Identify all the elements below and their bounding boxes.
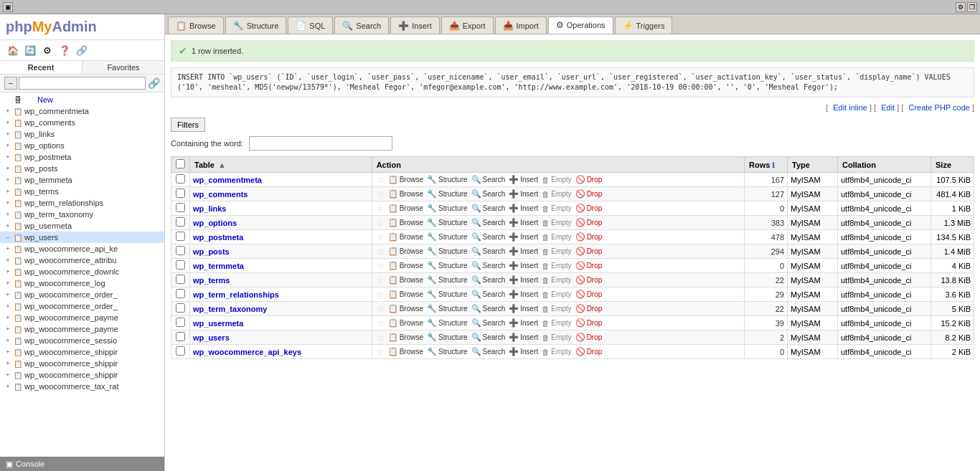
- insert-btn[interactable]: ➕ Insert: [507, 347, 540, 356]
- browse-btn[interactable]: 📋 Browse: [387, 318, 425, 328]
- tab-export[interactable]: 📤 Export: [441, 16, 494, 34]
- search-btn[interactable]: 🔍 Search: [470, 175, 507, 184]
- row-checkbox[interactable]: [176, 318, 185, 327]
- settings-sidebar-icon[interactable]: ⚙: [40, 43, 55, 57]
- structure-btn[interactable]: 🔧 Structure: [425, 247, 469, 256]
- favorite-star-icon[interactable]: ☆: [377, 232, 385, 242]
- browse-btn[interactable]: 📋 Browse: [387, 232, 425, 242]
- structure-btn[interactable]: 🔧 Structure: [425, 175, 469, 184]
- empty-btn[interactable]: 🗑 Empty: [540, 319, 573, 328]
- drop-btn[interactable]: 🚫 Drop: [574, 175, 604, 184]
- empty-btn[interactable]: 🗑 Empty: [540, 333, 573, 342]
- tab-sql[interactable]: 📄 SQL: [288, 16, 333, 34]
- table-name-link[interactable]: wp_posts: [193, 247, 230, 256]
- table-name-link[interactable]: wp_options: [193, 219, 237, 227]
- empty-btn[interactable]: 🗑 Empty: [540, 233, 573, 242]
- search-btn[interactable]: 🔍 Search: [470, 275, 507, 285]
- table-name-link[interactable]: wp_woocommerce_api_keys: [193, 348, 301, 356]
- table-name-link[interactable]: wp_usermeta: [193, 319, 243, 328]
- favorite-star-icon[interactable]: ☆: [377, 275, 385, 285]
- table-name-link[interactable]: wp_term_taxonomy: [193, 305, 267, 313]
- tree-item-wp_woocommerce_attribu[interactable]: + 📋 wp_woocommerce_attribu: [0, 254, 164, 266]
- search-btn[interactable]: 🔍 Search: [470, 218, 507, 227]
- tree-item-wp_woocommerce_log[interactable]: + 📋 wp_woocommerce_log: [0, 277, 164, 289]
- row-checkbox[interactable]: [176, 217, 185, 227]
- tree-item-wp_posts[interactable]: + 📋 wp_posts: [0, 163, 164, 174]
- favorite-star-icon[interactable]: ☆: [377, 261, 385, 271]
- favorite-star-icon[interactable]: ☆: [377, 304, 385, 314]
- tree-item-wp_termmeta[interactable]: + 📋 wp_termmeta: [0, 174, 164, 186]
- browse-btn[interactable]: 📋 Browse: [387, 275, 425, 285]
- tab-browse[interactable]: 📋 Browse: [168, 16, 224, 34]
- rows-info-icon[interactable]: ℹ: [772, 161, 775, 169]
- empty-btn[interactable]: 🗑 Empty: [540, 305, 573, 313]
- tree-item-wp_usermeta[interactable]: + 📋 wp_usermeta: [0, 220, 164, 232]
- structure-btn[interactable]: 🔧 Structure: [425, 318, 469, 328]
- drop-btn[interactable]: 🚫 Drop: [574, 189, 604, 199]
- filter-input[interactable]: [249, 136, 392, 151]
- row-checkbox[interactable]: [176, 189, 185, 198]
- tree-item-new[interactable]: 🗄 New: [0, 94, 164, 105]
- insert-btn[interactable]: ➕ Insert: [507, 290, 540, 299]
- search-btn[interactable]: 🔍 Search: [470, 290, 507, 299]
- search-btn[interactable]: 🔍 Search: [470, 189, 507, 199]
- favorite-star-icon[interactable]: ☆: [377, 290, 385, 300]
- select-all-checkbox[interactable]: [176, 159, 185, 168]
- structure-btn[interactable]: 🔧 Structure: [425, 275, 469, 285]
- tab-import[interactable]: 📥 Import: [495, 16, 547, 34]
- tree-item-wp_terms[interactable]: + 📋 wp_terms: [0, 186, 164, 197]
- structure-btn[interactable]: 🔧 Structure: [425, 232, 469, 242]
- row-checkbox[interactable]: [176, 232, 185, 241]
- insert-btn[interactable]: ➕ Insert: [507, 204, 540, 213]
- favorite-star-icon[interactable]: ☆: [377, 347, 385, 357]
- structure-btn[interactable]: 🔧 Structure: [425, 189, 469, 199]
- drop-btn[interactable]: 🚫 Drop: [574, 275, 604, 285]
- favorite-star-icon[interactable]: ☆: [377, 204, 385, 214]
- tab-recent[interactable]: Recent: [0, 61, 83, 74]
- empty-btn[interactable]: 🗑 Empty: [540, 204, 573, 213]
- drop-btn[interactable]: 🚫 Drop: [574, 290, 604, 299]
- drop-btn[interactable]: 🚫 Drop: [574, 347, 604, 356]
- tree-item-wp_term_relationships[interactable]: + 📋 wp_term_relationships: [0, 197, 164, 209]
- structure-btn[interactable]: 🔧 Structure: [425, 218, 469, 227]
- tab-favorites[interactable]: Favorites: [83, 61, 164, 74]
- tree-item-wp_commentmeta[interactable]: + 📋 wp_commentmeta: [0, 105, 164, 117]
- row-checkbox[interactable]: [176, 246, 185, 255]
- create-php-link[interactable]: Create PHP code: [908, 103, 969, 112]
- browse-btn[interactable]: 📋 Browse: [387, 204, 425, 213]
- structure-btn[interactable]: 🔧 Structure: [425, 261, 469, 270]
- empty-btn[interactable]: 🗑 Empty: [540, 276, 573, 285]
- structure-btn[interactable]: 🔧 Structure: [425, 333, 469, 342]
- search-btn[interactable]: 🔍 Search: [470, 333, 507, 342]
- drop-btn[interactable]: 🚫 Drop: [574, 204, 604, 213]
- tree-item-wp_woocommerce_payme_2[interactable]: + 📋 wp_woocommerce_payme: [0, 323, 164, 335]
- insert-btn[interactable]: ➕ Insert: [507, 261, 540, 270]
- tab-structure[interactable]: 🔧 Structure: [225, 16, 287, 34]
- empty-btn[interactable]: 🗑 Empty: [540, 290, 573, 299]
- restore-icon[interactable]: ❐: [967, 2, 977, 12]
- row-checkbox[interactable]: [176, 174, 185, 184]
- tree-item-wp_users[interactable]: − 📋 wp_users: [0, 232, 164, 243]
- search-btn[interactable]: 🔍 Search: [470, 261, 507, 270]
- empty-btn[interactable]: 🗑 Empty: [540, 262, 573, 270]
- drop-btn[interactable]: 🚫 Drop: [574, 247, 604, 256]
- insert-btn[interactable]: ➕ Insert: [507, 232, 540, 242]
- tab-operations[interactable]: ⚙ Operations: [548, 16, 613, 34]
- search-btn[interactable]: 🔍 Search: [470, 247, 507, 256]
- table-name-link[interactable]: wp_postmeta: [193, 233, 243, 242]
- tab-insert[interactable]: ➕ Insert: [390, 16, 440, 34]
- browse-btn[interactable]: 📋 Browse: [387, 218, 425, 227]
- row-checkbox[interactable]: [176, 203, 185, 212]
- insert-btn[interactable]: ➕ Insert: [507, 218, 540, 227]
- tree-new-label[interactable]: New: [37, 95, 53, 104]
- empty-btn[interactable]: 🗑 Empty: [540, 190, 573, 199]
- insert-btn[interactable]: ➕ Insert: [507, 275, 540, 285]
- refresh-icon[interactable]: 🔄: [23, 43, 37, 57]
- empty-btn[interactable]: 🗑 Empty: [540, 176, 573, 184]
- tree-item-wp_links[interactable]: + 📋 wp_links: [0, 128, 164, 140]
- more-icon[interactable]: 🔗: [75, 43, 89, 57]
- tree-item-wp_options[interactable]: + 📋 wp_options: [0, 140, 164, 151]
- insert-btn[interactable]: ➕ Insert: [507, 318, 540, 328]
- structure-btn[interactable]: 🔧 Structure: [425, 204, 469, 213]
- tree-item-wp_woocommerce_payme_1[interactable]: + 📋 wp_woocommerce_payme: [0, 312, 164, 323]
